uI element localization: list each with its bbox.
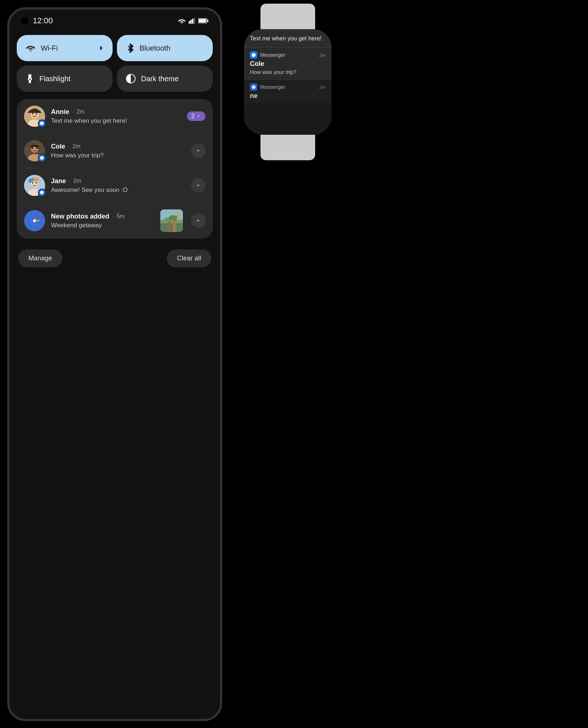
photos-expand-button[interactable]: [191, 213, 205, 228]
svg-rect-1: [191, 20, 192, 24]
cole-actions: [191, 143, 205, 158]
cole-notif-content: Cole · 2m How was your trip?: [51, 143, 187, 159]
svg-point-44: [169, 215, 177, 220]
svg-point-35: [29, 178, 34, 181]
svg-rect-7: [28, 74, 31, 77]
bluetooth-tile-icon: [126, 43, 134, 53]
wifi-tile-icon: [26, 44, 36, 52]
photos-dot: ·: [112, 213, 114, 219]
jane-message: Awesome! See you soon :O: [51, 186, 187, 194]
wifi-chevron-icon: [98, 45, 104, 51]
watch-messenger-badge-cole: [250, 51, 257, 59]
windmill-icon: [28, 215, 41, 227]
messenger-icon-jane: [40, 190, 44, 195]
wifi-status-icon: [178, 17, 186, 24]
svg-rect-9: [29, 80, 31, 83]
status-time: 12:00: [33, 16, 53, 25]
svg-rect-6: [199, 19, 206, 23]
darktheme-tile-label: Dark theme: [141, 75, 179, 83]
annie-messenger-badge: [38, 119, 46, 127]
svg-point-36: [33, 219, 36, 222]
notification-jane[interactable]: Jane · 2m Awesome! See you soon :O: [17, 168, 213, 203]
annie-notif-title: Annie · 2m: [51, 108, 183, 116]
flashlight-tile-icon: [26, 74, 34, 84]
notification-annie[interactable]: Annie · 2m Text me when you get here! 2: [17, 99, 213, 134]
status-bar: 12:00: [9, 9, 220, 29]
jane-actions: [191, 178, 205, 193]
cole-notif-title: Cole · 2m: [51, 143, 187, 150]
jane-dot: ·: [69, 178, 70, 184]
photos-name: New photos added: [51, 213, 109, 220]
annie-actions: 2: [187, 111, 205, 121]
phone-screen: 12:00: [9, 9, 220, 719]
svg-rect-42: [173, 219, 176, 232]
jane-expand-button[interactable]: [191, 178, 205, 193]
watch-jane-app: Messenger: [260, 84, 285, 90]
cole-name: Cole: [51, 143, 65, 150]
darktheme-tile[interactable]: Dark theme: [117, 66, 213, 92]
messenger-icon: [40, 121, 44, 126]
flashlight-tile[interactable]: Flashlight: [17, 66, 113, 92]
thumbnail-svg: [160, 209, 183, 232]
annie-name: Annie: [51, 108, 69, 116]
photos-time: 5m: [117, 213, 125, 220]
notification-photos[interactable]: New photos added · 5m Weekend getaway: [17, 203, 213, 239]
jane-notif-content: Jane · 2m Awesome! See you soon :O: [51, 177, 187, 194]
notification-cole[interactable]: Cole · 2m How was your trip?: [17, 134, 213, 168]
wifi-tile[interactable]: Wi-Fi: [17, 35, 113, 61]
smartwatch: Text me when you get here! Messenger 2m …: [233, 4, 342, 157]
photos-notif-title: New photos added · 5m: [51, 213, 160, 220]
annie-time: 2m: [77, 109, 85, 115]
photos-thumbnail: [160, 209, 183, 232]
svg-rect-2: [192, 19, 193, 24]
phone: 12:00: [7, 7, 222, 721]
cole-message: How was your trip?: [51, 152, 187, 159]
svg-rect-10: [29, 79, 31, 80]
cole-time: 2m: [72, 143, 81, 150]
bluetooth-tile[interactable]: Bluetooth: [117, 35, 213, 61]
status-icons: [178, 17, 208, 24]
svg-point-31: [32, 182, 34, 184]
cole-expand-button[interactable]: [191, 143, 205, 158]
watch-cole-name: Cole: [250, 60, 326, 68]
svg-point-27: [36, 147, 39, 148]
annie-count: 2: [191, 113, 195, 119]
watch-first-message: Text me when you get here!: [250, 34, 326, 43]
jane-time: 2m: [73, 178, 81, 184]
svg-point-18: [31, 109, 38, 112]
watch-cole-time: 2m: [319, 52, 326, 58]
svg-point-17: [36, 113, 37, 114]
photos-notif-content: New photos added · 5m Weekend getaway: [51, 213, 160, 229]
svg-rect-41: [168, 220, 170, 232]
photos-actions: [191, 213, 205, 228]
watch-band-bottom: [260, 135, 315, 160]
jane-messenger-badge: [38, 189, 46, 197]
watch-cole-app: Messenger: [260, 52, 285, 58]
camera-dot: [21, 17, 28, 24]
watch-notif-first: Text me when you get here!: [244, 29, 332, 48]
wifi-tile-label: Wi-Fi: [41, 44, 58, 52]
annie-notif-content: Annie · 2m Text me when you get here!: [51, 108, 183, 125]
photos-message: Weekend getaway: [51, 222, 160, 229]
jane-name: Jane: [51, 177, 66, 185]
annie-avatar-container: [24, 106, 45, 127]
svg-point-32: [36, 182, 37, 184]
svg-point-26: [31, 147, 34, 148]
clear-all-button[interactable]: Clear all: [167, 249, 211, 267]
svg-rect-0: [189, 21, 190, 24]
cole-dot: ·: [68, 143, 70, 149]
jane-expand-chevron-icon: [195, 182, 201, 189]
jane-avatar-container: [24, 175, 45, 196]
annie-dot: ·: [72, 109, 74, 115]
manage-button[interactable]: Manage: [18, 249, 62, 267]
notification-footer: Manage Clear all: [9, 242, 220, 275]
watch-band-top: [260, 4, 315, 29]
jane-notif-title: Jane · 2m: [51, 177, 187, 185]
annie-count-badge[interactable]: 2: [187, 111, 205, 121]
battery-status-icon: [198, 18, 208, 24]
annie-message: Text me when you get here!: [51, 117, 183, 125]
svg-rect-38: [160, 222, 183, 232]
watch-cole-message: How was your trip?: [250, 69, 326, 75]
photos-expand-chevron-icon: [195, 217, 201, 224]
bluetooth-tile-label: Bluetooth: [140, 44, 170, 52]
